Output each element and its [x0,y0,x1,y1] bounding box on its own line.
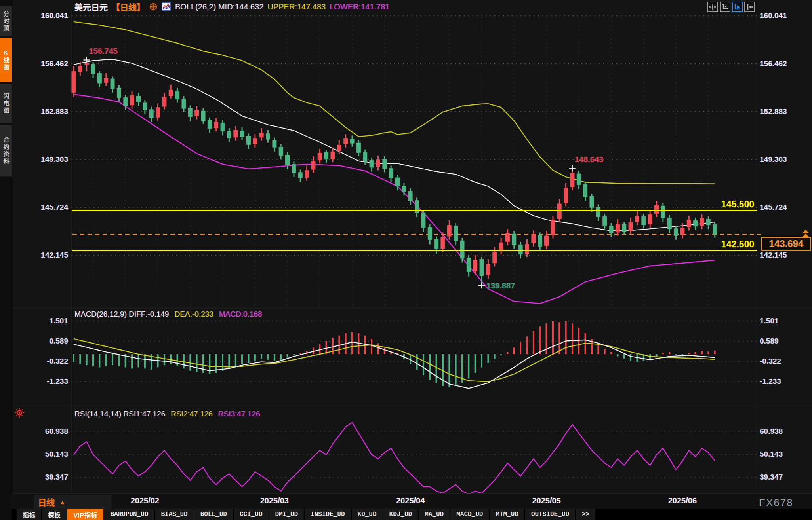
indicator-tab-1[interactable]: 模板 [42,509,67,520]
period-up-arrow-icon: ▲ [59,499,65,505]
macd-axis-label-left: -1.233 [20,376,68,387]
chart-canvas[interactable] [0,0,812,520]
rsi-axis-label-left: 39.347 [20,472,68,482]
brand-watermark: FX678 [759,497,793,509]
boll-readout: BOLL(26,2) MID:144.632 [175,2,263,11]
sidebar-item-2[interactable]: 闪电图 [0,84,12,123]
period-badge: 【日线】 [112,1,145,13]
macd-axis-label-left: 0.589 [20,336,68,346]
macd-axis-label-left: -0.322 [20,356,68,366]
axis-scale-icon[interactable] [720,2,730,12]
rsi-axis-label-right: 39.347 [760,472,783,482]
axis-fit-icon[interactable] [744,2,755,12]
indicator-tab-14[interactable]: OUTSIDE_UD [525,509,575,520]
price-axis-label-left: 152.883 [20,106,68,117]
macd-dea-readout: DEA:-0.233 [175,310,213,319]
current-price-badge: 143.694 [761,237,811,251]
macd-axis-label-right: 0.589 [760,336,779,346]
rsi1-readout: RSI(14,14,14) RSI1:47.126 [74,410,165,418]
macd-diff-readout: MACD(26,12,9) DIFF:-0.149 [74,310,169,319]
indicator-tab-15[interactable]: >> [576,509,595,520]
price-axis-label-right: 145.724 [760,202,787,213]
rsi2-readout: RSI2:47.126 [171,410,213,418]
macd-axis-label-right: 1.501 [760,316,779,326]
indicator-tab-0[interactable]: 指标 [17,509,41,520]
indicator-tab-13[interactable]: MTM_UD [490,509,524,520]
indicator-tab-12[interactable]: MACD_UD [450,509,489,520]
indicator-tab-10[interactable]: KDJ_UD [383,509,418,520]
macd-axis-label-right: -0.322 [760,356,781,366]
indicator-tab-9[interactable]: KD_UD [352,509,383,520]
target-icon[interactable] [149,2,158,11]
rsi-axis-label-left: 50.143 [20,449,68,459]
price-axis-label-left: 156.462 [20,59,68,69]
indicator-tab-8[interactable]: INSIDE_UD [305,509,351,520]
price-axis-label-right: 156.462 [760,59,787,69]
rsi-axis-label-left: 60.938 [20,426,68,436]
period-selector-label: 日线 [38,496,55,508]
month-axis-label: 2025/02 [119,496,171,505]
price-axis-label-right: 152.883 [760,106,787,117]
price-axis-label-left: 149.303 [20,154,68,165]
rsi-axis-label-right: 50.143 [760,449,783,459]
support-line-label: 142.500 [721,239,754,250]
price-axis-label-right: 149.303 [760,154,787,165]
month-axis-label: 2025/05 [521,496,572,505]
pan-move-icon[interactable] [707,2,718,12]
indicator-chart-icon[interactable] [162,2,171,11]
period-selector[interactable]: 日线 ▲ [34,495,111,509]
macd-axis-label-left: 1.501 [20,316,68,326]
indicator-tab-7[interactable]: DMI_UD [269,509,304,520]
alarm-icon[interactable] [14,408,25,419]
indicator-tab-6[interactable]: CCI_UD [234,509,269,520]
symbol-title: 美元日元 [74,1,108,13]
chart-toolbar [707,2,755,12]
price-axis-label-left: 160.041 [20,11,68,21]
indicator-tab-5[interactable]: BOLL_UD [194,509,233,520]
rsi-header: RSI(14,14,14) RSI1:47.126 RSI2:47.126 RS… [74,410,260,418]
swing-high-label: 148.643 [575,155,603,164]
chart-header: 美元日元 【日线】 BOLL(26,2) MID:144.632 UPPER:1… [74,1,389,13]
indicator-tab-11[interactable]: MA_UD [419,509,450,520]
price-axis-label-right: 160.041 [760,11,787,21]
indicator-tab-bar: 指标模板VIP指标BARUPDN_UDBIAS_UDBOLL_UDCCI_UDD… [12,509,812,520]
chart-type-sidebar: 分时图K线图闪电图合约资料 [0,0,12,520]
sidebar-item-3[interactable]: 合约资料 [0,125,12,176]
month-axis-label: 2025/03 [249,496,300,505]
price-axis-label-left: 142.145 [20,250,68,260]
macd-readout: MACD:0.168 [219,310,262,319]
axis-auto-icon[interactable] [732,2,743,12]
indicator-tab-4[interactable]: BIAS_UD [155,509,193,520]
swing-low-label: 139.887 [486,281,515,290]
month-axis-label: 2025/06 [657,496,708,505]
swing-high-label: 156.745 [89,47,118,56]
price-axis-label-right: 142.145 [760,250,787,260]
month-axis-label: 2025/04 [385,496,436,505]
price-axis-label-left: 145.724 [20,202,68,213]
rsi3-readout: RSI3:47.126 [218,410,260,418]
chart-window: 分时图K线图闪电图合约资料 美元日元 【日线】 BOLL(26,2) MID:1… [0,0,812,520]
sidebar-item-0[interactable]: 分时图 [0,6,12,36]
indicator-tab-3[interactable]: BARUPDN_UD [104,509,154,520]
macd-axis-label-right: -1.233 [760,376,781,387]
resistance-line-label: 145.500 [721,199,754,210]
indicator-tab-2[interactable]: VIP指标 [67,509,103,520]
rsi-axis-label-right: 60.938 [760,426,783,436]
boll-lower-readout: LOWER:141.781 [330,2,389,11]
boll-upper-readout: UPPER:147.483 [267,2,326,11]
sidebar-item-1[interactable]: K线图 [0,38,12,82]
macd-header: MACD(26,12,9) DIFF:-0.149 DEA:-0.233 MAC… [74,310,262,319]
